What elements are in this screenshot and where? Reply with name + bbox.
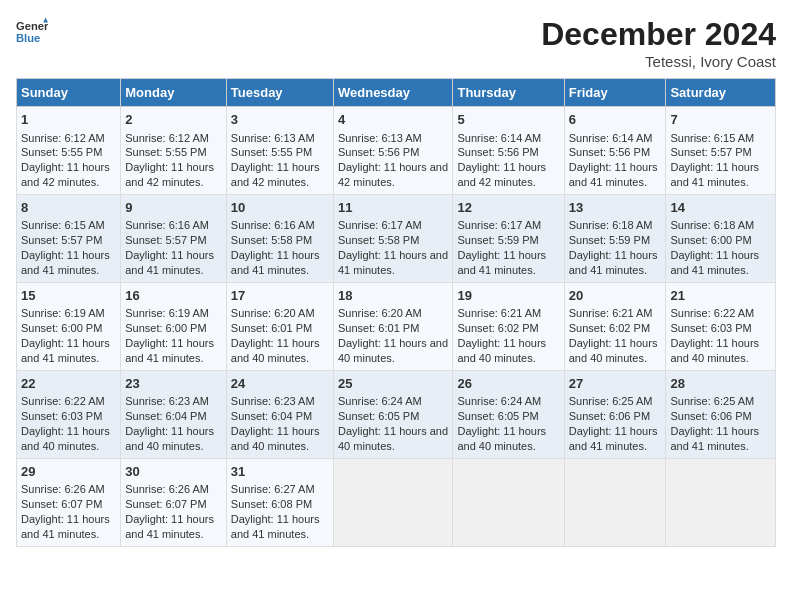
calendar-cell: 2Sunrise: 6:12 AMSunset: 5:55 PMDaylight… — [121, 107, 227, 195]
sunrise-label: Sunrise: 6:12 AM — [125, 132, 209, 144]
sunset-label: Sunset: 5:55 PM — [231, 146, 312, 158]
day-number: 28 — [670, 375, 771, 393]
calendar-cell: 6Sunrise: 6:14 AMSunset: 5:56 PMDaylight… — [564, 107, 666, 195]
calendar-cell: 30Sunrise: 6:26 AMSunset: 6:07 PMDayligh… — [121, 458, 227, 546]
page-header: General Blue December 2024 Tetessi, Ivor… — [16, 16, 776, 70]
calendar-cell: 4Sunrise: 6:13 AMSunset: 5:56 PMDaylight… — [333, 107, 452, 195]
day-number: 29 — [21, 463, 116, 481]
day-number: 31 — [231, 463, 329, 481]
daylight-label: Daylight: 11 hours and 41 minutes. — [231, 249, 320, 276]
sunset-label: Sunset: 6:02 PM — [457, 322, 538, 334]
calendar-row: 22Sunrise: 6:22 AMSunset: 6:03 PMDayligh… — [17, 370, 776, 458]
sunrise-label: Sunrise: 6:17 AM — [457, 219, 541, 231]
sunset-label: Sunset: 6:02 PM — [569, 322, 650, 334]
day-number: 24 — [231, 375, 329, 393]
calendar-cell: 19Sunrise: 6:21 AMSunset: 6:02 PMDayligh… — [453, 282, 564, 370]
sunrise-label: Sunrise: 6:15 AM — [21, 219, 105, 231]
sunrise-label: Sunrise: 6:18 AM — [569, 219, 653, 231]
calendar-row: 29Sunrise: 6:26 AMSunset: 6:07 PMDayligh… — [17, 458, 776, 546]
calendar-cell: 12Sunrise: 6:17 AMSunset: 5:59 PMDayligh… — [453, 194, 564, 282]
sunset-label: Sunset: 6:05 PM — [457, 410, 538, 422]
daylight-label: Daylight: 11 hours and 40 minutes. — [457, 337, 546, 364]
calendar-cell: 22Sunrise: 6:22 AMSunset: 6:03 PMDayligh… — [17, 370, 121, 458]
calendar-cell: 14Sunrise: 6:18 AMSunset: 6:00 PMDayligh… — [666, 194, 776, 282]
calendar-cell: 18Sunrise: 6:20 AMSunset: 6:01 PMDayligh… — [333, 282, 452, 370]
calendar-cell: 27Sunrise: 6:25 AMSunset: 6:06 PMDayligh… — [564, 370, 666, 458]
sunset-label: Sunset: 6:03 PM — [21, 410, 102, 422]
sunrise-label: Sunrise: 6:15 AM — [670, 132, 754, 144]
sunset-label: Sunset: 6:00 PM — [125, 322, 206, 334]
sunrise-label: Sunrise: 6:13 AM — [338, 132, 422, 144]
day-number: 21 — [670, 287, 771, 305]
calendar-cell: 23Sunrise: 6:23 AMSunset: 6:04 PMDayligh… — [121, 370, 227, 458]
sunrise-label: Sunrise: 6:23 AM — [125, 395, 209, 407]
col-thursday: Thursday — [453, 79, 564, 107]
calendar-cell: 11Sunrise: 6:17 AMSunset: 5:58 PMDayligh… — [333, 194, 452, 282]
location-title: Tetessi, Ivory Coast — [541, 53, 776, 70]
sunrise-label: Sunrise: 6:22 AM — [670, 307, 754, 319]
calendar-row: 8Sunrise: 6:15 AMSunset: 5:57 PMDaylight… — [17, 194, 776, 282]
svg-text:General: General — [16, 20, 48, 32]
col-saturday: Saturday — [666, 79, 776, 107]
calendar-cell — [666, 458, 776, 546]
daylight-label: Daylight: 11 hours and 41 minutes. — [569, 425, 658, 452]
sunset-label: Sunset: 5:56 PM — [457, 146, 538, 158]
daylight-label: Daylight: 11 hours and 41 minutes. — [125, 513, 214, 540]
sunrise-label: Sunrise: 6:14 AM — [457, 132, 541, 144]
sunset-label: Sunset: 5:57 PM — [21, 234, 102, 246]
daylight-label: Daylight: 11 hours and 41 minutes. — [670, 249, 759, 276]
day-number: 10 — [231, 199, 329, 217]
svg-text:Blue: Blue — [16, 32, 40, 44]
day-number: 17 — [231, 287, 329, 305]
daylight-label: Daylight: 11 hours and 41 minutes. — [231, 513, 320, 540]
daylight-label: Daylight: 11 hours and 41 minutes. — [569, 249, 658, 276]
daylight-label: Daylight: 11 hours and 42 minutes. — [457, 161, 546, 188]
sunset-label: Sunset: 5:58 PM — [231, 234, 312, 246]
calendar-cell: 20Sunrise: 6:21 AMSunset: 6:02 PMDayligh… — [564, 282, 666, 370]
day-number: 18 — [338, 287, 448, 305]
sunrise-label: Sunrise: 6:17 AM — [338, 219, 422, 231]
sunset-label: Sunset: 6:07 PM — [125, 498, 206, 510]
sunrise-label: Sunrise: 6:22 AM — [21, 395, 105, 407]
sunset-label: Sunset: 5:56 PM — [338, 146, 419, 158]
sunset-label: Sunset: 6:00 PM — [670, 234, 751, 246]
sunrise-label: Sunrise: 6:21 AM — [457, 307, 541, 319]
daylight-label: Daylight: 11 hours and 40 minutes. — [670, 337, 759, 364]
calendar-cell: 26Sunrise: 6:24 AMSunset: 6:05 PMDayligh… — [453, 370, 564, 458]
sunset-label: Sunset: 6:06 PM — [569, 410, 650, 422]
sunset-label: Sunset: 5:58 PM — [338, 234, 419, 246]
month-title: December 2024 — [541, 16, 776, 53]
sunrise-label: Sunrise: 6:16 AM — [125, 219, 209, 231]
daylight-label: Daylight: 11 hours and 40 minutes. — [569, 337, 658, 364]
daylight-label: Daylight: 11 hours and 40 minutes. — [21, 425, 110, 452]
sunrise-label: Sunrise: 6:26 AM — [125, 483, 209, 495]
sunrise-label: Sunrise: 6:21 AM — [569, 307, 653, 319]
sunset-label: Sunset: 6:03 PM — [670, 322, 751, 334]
sunset-label: Sunset: 6:01 PM — [231, 322, 312, 334]
daylight-label: Daylight: 11 hours and 42 minutes. — [338, 161, 448, 188]
daylight-label: Daylight: 11 hours and 41 minutes. — [125, 337, 214, 364]
col-monday: Monday — [121, 79, 227, 107]
sunset-label: Sunset: 5:59 PM — [569, 234, 650, 246]
calendar-cell: 1Sunrise: 6:12 AMSunset: 5:55 PMDaylight… — [17, 107, 121, 195]
logo: General Blue — [16, 16, 48, 48]
sunrise-label: Sunrise: 6:19 AM — [21, 307, 105, 319]
sunset-label: Sunset: 6:04 PM — [125, 410, 206, 422]
daylight-label: Daylight: 11 hours and 41 minutes. — [338, 249, 448, 276]
sunrise-label: Sunrise: 6:20 AM — [231, 307, 315, 319]
daylight-label: Daylight: 11 hours and 42 minutes. — [231, 161, 320, 188]
calendar-row: 15Sunrise: 6:19 AMSunset: 6:00 PMDayligh… — [17, 282, 776, 370]
sunset-label: Sunset: 5:56 PM — [569, 146, 650, 158]
daylight-label: Daylight: 11 hours and 40 minutes. — [231, 425, 320, 452]
daylight-label: Daylight: 11 hours and 42 minutes. — [21, 161, 110, 188]
col-sunday: Sunday — [17, 79, 121, 107]
sunrise-label: Sunrise: 6:25 AM — [569, 395, 653, 407]
daylight-label: Daylight: 11 hours and 41 minutes. — [670, 425, 759, 452]
col-tuesday: Tuesday — [226, 79, 333, 107]
sunset-label: Sunset: 5:57 PM — [125, 234, 206, 246]
day-number: 30 — [125, 463, 222, 481]
sunrise-label: Sunrise: 6:13 AM — [231, 132, 315, 144]
col-wednesday: Wednesday — [333, 79, 452, 107]
calendar-cell: 9Sunrise: 6:16 AMSunset: 5:57 PMDaylight… — [121, 194, 227, 282]
day-number: 13 — [569, 199, 662, 217]
